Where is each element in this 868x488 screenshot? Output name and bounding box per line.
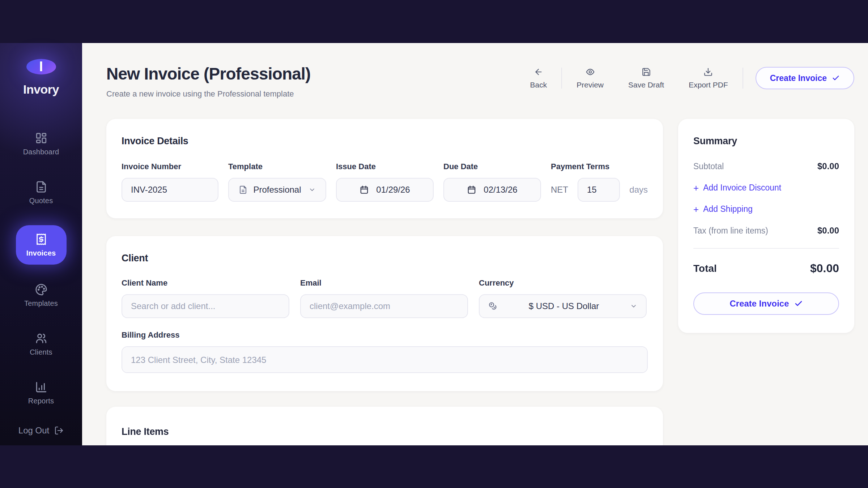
logout-button[interactable]: Log Out	[18, 425, 64, 436]
issue-date-input[interactable]: 01/29/26	[336, 178, 434, 202]
template-value: Professional	[253, 185, 301, 195]
back-label: Back	[530, 81, 547, 89]
sidebar-item-clients[interactable]: Clients	[12, 328, 70, 361]
tax-row: Tax (from line items) $0.00	[693, 226, 839, 236]
billing-address-field: Billing Address	[122, 330, 648, 374]
total-row: Total $0.00	[693, 262, 839, 275]
check-icon	[832, 74, 840, 82]
add-shipping-link[interactable]: + Add Shipping	[693, 204, 753, 214]
export-pdf-button[interactable]: Export PDF	[676, 67, 740, 89]
main-content: New Invoice (Professional) Create a new …	[82, 43, 868, 445]
brand-logo: I	[26, 59, 56, 74]
add-discount-link[interactable]: + Add Invoice Discount	[693, 183, 781, 193]
due-date-label: Due Date	[443, 162, 541, 171]
preview-label: Preview	[576, 81, 604, 89]
issue-date-field: Issue Date 01/29/26	[336, 162, 434, 202]
save-icon	[642, 67, 651, 77]
sidebar-item-invoices[interactable]: Invoices	[16, 225, 67, 265]
line-items-card: Line Items	[106, 407, 663, 445]
payment-terms-input[interactable]	[578, 178, 620, 202]
summary-card: Summary Subtotal $0.00 + Add Invoice Dis…	[678, 119, 854, 333]
calendar-icon	[359, 185, 369, 194]
template-field: Template Professional	[228, 162, 326, 202]
subtotal-label: Subtotal	[693, 162, 724, 171]
sidebar-item-label: Invoices	[26, 249, 56, 257]
create-invoice-button-top[interactable]: Create Invoice	[756, 67, 854, 89]
client-fields: Client Name Email Currency	[122, 278, 648, 318]
invoice-number-field: Invoice Number	[122, 162, 218, 202]
add-shipping-label: Add Shipping	[703, 204, 753, 214]
logout-label: Log Out	[18, 425, 49, 436]
due-date-input[interactable]: 02/13/26	[443, 178, 541, 202]
client-email-input[interactable]	[300, 294, 468, 318]
quotes-icon	[35, 181, 47, 193]
currency-select[interactable]: $ USD - US Dollar	[479, 294, 647, 318]
due-date-value: 02/13/26	[484, 185, 517, 195]
client-email-label: Email	[300, 278, 468, 288]
actions-divider	[561, 68, 562, 89]
billing-address-input[interactable]	[122, 346, 648, 373]
due-date-field: Due Date 02/13/26	[443, 162, 541, 202]
summary-title: Summary	[693, 136, 839, 147]
page-header-titles: New Invoice (Professional) Create a new …	[106, 64, 311, 99]
chevron-down-icon	[630, 303, 637, 310]
plus-icon: +	[693, 183, 699, 193]
clients-users-icon	[35, 332, 47, 344]
page-title: New Invoice (Professional)	[106, 64, 311, 84]
templates-palette-icon	[35, 283, 47, 296]
check-icon	[794, 299, 803, 308]
invoice-details-title: Invoice Details	[122, 136, 648, 147]
payment-terms-prefix: NET	[551, 185, 568, 195]
line-items-title: Line Items	[122, 426, 648, 437]
back-button[interactable]: Back	[518, 67, 559, 89]
sidebar-nav: Dashboard Quotes Invoices Templates Clie…	[0, 128, 82, 425]
client-name-field: Client Name	[122, 278, 289, 318]
brand-initial: I	[39, 59, 43, 74]
app-frame: I Invory Dashboard Quotes Invoices	[0, 43, 868, 445]
create-invoice-label: Create Invoice	[729, 299, 789, 309]
save-draft-button[interactable]: Save Draft	[616, 67, 676, 89]
form-column: Invoice Details Invoice Number Template	[106, 119, 663, 445]
template-file-icon	[239, 185, 247, 194]
sidebar-item-dashboard[interactable]: Dashboard	[12, 128, 70, 160]
subtotal-row: Subtotal $0.00	[693, 161, 839, 171]
coins-icon	[488, 301, 498, 311]
sidebar-item-templates[interactable]: Templates	[12, 279, 70, 312]
billing-address-label: Billing Address	[122, 330, 648, 340]
sidebar-item-label: Dashboard	[23, 148, 59, 156]
chevron-down-icon	[309, 186, 316, 193]
tax-value: $0.00	[817, 226, 839, 236]
client-card: Client Client Name Email Curre	[106, 236, 663, 391]
currency-value: $ USD - US Dollar	[498, 301, 630, 311]
currency-label: Currency	[479, 278, 647, 288]
save-draft-label: Save Draft	[628, 81, 664, 89]
preview-button[interactable]: Preview	[564, 67, 616, 89]
page-subtitle: Create a new invoice using the Professio…	[106, 89, 311, 99]
payment-terms-suffix: days	[629, 185, 648, 195]
currency-field: Currency $ USD - US Dollar	[479, 278, 647, 318]
invoice-number-label: Invoice Number	[122, 162, 218, 171]
sidebar-item-quotes[interactable]: Quotes	[12, 176, 70, 209]
total-label: Total	[693, 263, 717, 274]
sidebar-item-reports[interactable]: Reports	[12, 377, 70, 410]
create-invoice-label: Create Invoice	[770, 73, 827, 83]
summary-divider	[693, 248, 839, 249]
issue-date-value: 01/29/26	[376, 185, 410, 195]
summary-column: Summary Subtotal $0.00 + Add Invoice Dis…	[678, 119, 854, 333]
client-title: Client	[122, 253, 648, 264]
template-select[interactable]: Professional	[228, 178, 326, 202]
app-window: I Invory Dashboard Quotes Invoices	[0, 0, 868, 488]
download-icon	[703, 67, 713, 77]
export-pdf-label: Export PDF	[689, 81, 728, 89]
sidebar-item-label: Quotes	[29, 197, 53, 205]
sidebar-item-label: Reports	[28, 397, 54, 405]
invoice-number-input[interactable]	[122, 178, 218, 202]
payment-terms-field: Payment Terms NET days	[551, 162, 648, 202]
header-actions: Back Preview Save Draft Export PDF	[518, 67, 854, 89]
brand-name: Invory	[23, 82, 59, 97]
create-invoice-button-summary[interactable]: Create Invoice	[693, 292, 839, 315]
invoice-details-fields: Invoice Number Template Professional	[122, 162, 648, 202]
client-name-input[interactable]	[122, 294, 289, 318]
actions-divider	[743, 68, 743, 89]
arrow-left-icon	[534, 67, 543, 77]
